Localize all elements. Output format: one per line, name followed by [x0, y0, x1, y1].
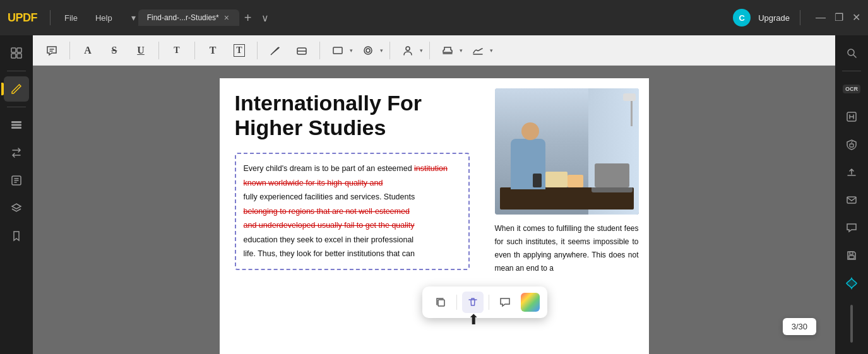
rs-mail-btn[interactable]	[839, 187, 864, 213]
rs-divider-1	[842, 71, 861, 71]
toolbar-stamp-group[interactable]: ▾	[436, 39, 463, 62]
toolbar-strikethrough-btn[interactable]: S	[103, 39, 126, 62]
toolbar-text1-btn[interactable]: T	[165, 39, 188, 62]
svg-rect-1	[17, 48, 21, 52]
ocr-badge: OCR	[843, 85, 860, 93]
minimize-button[interactable]: —	[816, 13, 826, 23]
ft-delete-btn[interactable]	[462, 292, 484, 313]
rs-save-btn[interactable]	[839, 243, 864, 268]
tab-expand-button[interactable]: ∨	[256, 9, 274, 27]
toolbar-eraser-btn[interactable]	[290, 39, 313, 62]
toolbar-comment-btn[interactable]	[40, 39, 63, 62]
sidebar-icon-edit[interactable]	[4, 76, 29, 102]
pdf-title: Internationally For Higher Studies	[235, 91, 470, 140]
strikethrough-1: institution known worldwide for its high…	[244, 164, 448, 187]
pdf-right-text: When it comes to fulfilling the student …	[495, 222, 639, 275]
svg-rect-5	[11, 124, 21, 126]
laptop-base	[592, 187, 633, 192]
book-2	[568, 175, 583, 187]
toolbar-draw-arrow[interactable]: ▾	[380, 47, 383, 54]
window-controls: — ❐ ✕	[816, 13, 860, 23]
annotation-box[interactable]: ⬆ Every child's dream is to be part of a…	[235, 153, 470, 270]
toolbar-shape-btn[interactable]	[326, 39, 349, 62]
title-sep-2	[800, 10, 800, 25]
lamp-head	[623, 93, 636, 101]
toolbar-highlight-btn[interactable]: A	[76, 39, 99, 62]
sidebar-icon-thumbnails[interactable]	[4, 40, 29, 66]
study-image-bg	[495, 88, 639, 215]
ft-comment-btn[interactable]	[494, 292, 516, 313]
active-tab[interactable]: Find-and-...r-Studies* ×	[138, 9, 239, 26]
toolbar-sep-4	[257, 42, 258, 59]
toolbar-sep-6	[389, 42, 390, 59]
sidebar-divider-1	[7, 71, 26, 71]
rs-protect-btn[interactable]	[839, 132, 864, 157]
toolbar-sep-3	[194, 42, 195, 59]
svg-rect-6	[11, 127, 21, 129]
sidebar-icon-organize[interactable]	[4, 112, 29, 138]
toolbar-sig-group[interactable]: ▾	[467, 39, 493, 62]
svg-rect-3	[17, 54, 21, 58]
left-sidebar	[0, 35, 33, 354]
rs-ai-btn[interactable]	[839, 271, 864, 296]
toolbar-shape-arrow[interactable]: ▾	[350, 47, 353, 54]
close-button[interactable]: ✕	[852, 13, 860, 23]
menu-help[interactable]: Help	[89, 11, 119, 25]
rs-comment-btn[interactable]	[839, 215, 864, 240]
page-number-badge: 3/30	[783, 318, 816, 335]
toolbar-person-btn[interactable]	[396, 39, 419, 62]
pdf-left-column: Internationally For Higher Studies	[220, 78, 485, 354]
right-sidebar: OCR	[835, 35, 868, 354]
tab-close-button[interactable]: ×	[224, 13, 229, 22]
toolbar-person-group[interactable]: ▾	[396, 39, 423, 62]
rs-ocr-btn[interactable]: OCR	[839, 76, 864, 102]
svg-rect-4	[11, 121, 21, 123]
rs-recognize-btn[interactable]	[839, 104, 864, 129]
user-avatar[interactable]: C	[733, 9, 751, 27]
maximize-button[interactable]: ❐	[835, 13, 843, 23]
toolbar-sig-arrow[interactable]: ▾	[490, 47, 493, 54]
person-head	[521, 122, 539, 140]
toolbar-person-arrow[interactable]: ▾	[420, 47, 423, 54]
sidebar-divider-2	[7, 107, 26, 107]
tab-add-button[interactable]: +	[239, 11, 257, 25]
laptop	[595, 163, 629, 187]
ft-copy-btn[interactable]	[430, 292, 451, 313]
svg-rect-0	[11, 48, 16, 52]
svg-rect-18	[847, 197, 856, 203]
svg-rect-2	[11, 54, 16, 58]
toolbar-signature-btn[interactable]	[467, 39, 489, 62]
toolbar-stamp-btn[interactable]	[436, 39, 459, 62]
toolbar-textbox-btn[interactable]: T	[228, 39, 251, 62]
toolbar-shape-group[interactable]: ▾	[326, 39, 353, 62]
toolbar-underline-btn[interactable]: U	[129, 39, 152, 62]
toolbar-text2-btn[interactable]: T	[201, 39, 224, 62]
toolbar-draw-group[interactable]: ▾	[357, 39, 383, 62]
sidebar-icon-bookmark[interactable]	[4, 223, 29, 249]
sidebar-icon-forms[interactable]	[4, 168, 29, 193]
rs-search-btn[interactable]	[839, 40, 864, 66]
toolbar-draw-btn[interactable]	[357, 39, 379, 62]
pdf-page: Internationally For Higher Studies	[220, 78, 649, 354]
pdf-viewer[interactable]: Internationally For Higher Studies	[33, 66, 835, 354]
toolbar-sep-2	[158, 42, 159, 59]
strikethrough-2: belonging to regions that are not well-e…	[244, 207, 410, 216]
sidebar-icon-layers[interactable]	[4, 196, 29, 221]
tab-name: Find-and-...r-Studies*	[147, 13, 219, 22]
toolbar-sep-1	[69, 42, 70, 59]
scroll-indicator[interactable]	[850, 305, 853, 343]
sidebar-icon-convert[interactable]	[4, 140, 29, 165]
book-open	[545, 172, 568, 187]
tab-dropdown-icon[interactable]: ▾	[129, 10, 138, 25]
menu-file[interactable]: File	[58, 11, 84, 25]
upgrade-button[interactable]: Upgrade	[758, 13, 790, 23]
svg-point-11	[364, 47, 372, 54]
toolbar-stamp-arrow[interactable]: ▾	[460, 47, 463, 54]
strikethrough-3: and underdeveloped usually fail to get t…	[244, 221, 415, 230]
toolbar-pen-btn[interactable]	[264, 39, 287, 62]
cursor-indicator: ⬆	[468, 312, 479, 328]
rs-upload-btn[interactable]	[839, 160, 864, 185]
svg-point-13	[406, 47, 410, 50]
ft-color-btn[interactable]	[521, 293, 540, 312]
content-inner: Internationally For Higher Studies	[33, 66, 835, 354]
